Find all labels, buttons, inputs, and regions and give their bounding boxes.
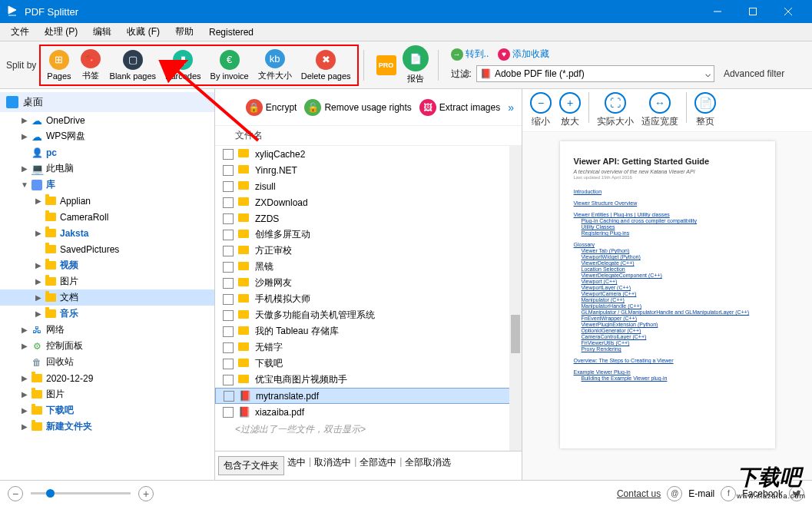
file-row[interactable]: 黑镜 [215,259,522,275]
checkbox[interactable] [223,278,234,289]
tree-root-desktop[interactable]: 桌面 [0,92,214,112]
checkbox[interactable] [223,197,234,208]
tree-item[interactable]: ▶2020-12-29 [0,370,214,386]
menu-帮助[interactable]: 帮助 [167,23,201,41]
checkbox[interactable] [223,213,234,224]
file-row[interactable]: Yinrg.NET [215,162,522,178]
tree-item[interactable]: CameraRoll [0,209,214,225]
select-action[interactable]: 全部选中 [360,456,396,475]
add-favorite-link[interactable]: ♥ 添加收藏 [498,48,549,61]
select-action[interactable]: 选中 [287,456,306,475]
tree-item[interactable]: ▶Applian [0,193,214,209]
extract-images-button[interactable]: 🖼Extract images [416,98,503,117]
checkbox[interactable] [223,230,234,240]
checkbox[interactable] [223,359,234,369]
checkbox[interactable] [223,165,234,176]
more-tools-chevron[interactable]: » [505,101,517,114]
tree-item[interactable]: ▶💻此电脑 [0,160,214,177]
advanced-filter-link[interactable]: Advanced filter [724,68,784,79]
menu-文件[interactable]: 文件 [3,23,37,41]
split-Pages[interactable]: ⊞Pages [42,48,75,83]
file-row[interactable]: 手机模拟大师 [215,291,522,307]
tree-item[interactable]: ▼库 [0,177,214,193]
select-action[interactable]: 取消选中 [314,456,351,475]
checkbox[interactable] [223,342,234,353]
encrypt-button[interactable]: 🔒Encrypt [243,98,300,117]
split-Delete pages[interactable]: ✖Delete pages [297,48,356,83]
menu-编辑[interactable]: 编辑 [85,23,119,41]
zoom-in-button[interactable]: + [138,486,154,501]
goto-link[interactable]: → 转到.. [451,48,489,61]
contact-link[interactable]: Contact us [617,488,661,499]
tree-item[interactable]: ▶⚙控制面板 [0,338,214,354]
file-row[interactable]: 沙雕网友 [215,275,522,291]
menu-收藏 (F)[interactable]: 收藏 (F) [119,23,167,41]
split-书签[interactable]: 🔖书签 [76,48,105,83]
minimize-button[interactable] [700,0,735,23]
file-row[interactable]: zisull [215,178,522,194]
menu-Registered[interactable]: Registered [201,25,261,40]
checkbox[interactable] [223,310,234,321]
report-button[interactable]: 📄 报告 [398,44,433,86]
tree-item[interactable]: 🗑回收站 [0,354,214,370]
zoom-slider[interactable] [31,492,131,494]
folder-tree[interactable]: 桌面 ▶☁OneDrive▶☁WPS网盘👤pc▶💻此电脑▼库▶ApplianCa… [0,89,215,480]
subfolder-toggle[interactable]: 包含子文件夹 [218,456,284,475]
tree-item[interactable]: ▶视频 [0,257,214,273]
maximize-button[interactable] [735,0,771,23]
tree-item[interactable]: ▶图片 [0,386,214,402]
remove-rights-button[interactable]: 🔓Remove usage rights [301,98,414,117]
file-row[interactable]: 天傲多功能自动关机管理系统 [215,307,522,323]
checkbox[interactable] [223,375,234,385]
checkbox[interactable] [223,246,234,256]
tree-item[interactable]: ▶文档 [0,289,214,306]
close-button[interactable] [771,0,806,23]
tree-item[interactable]: ▶☁OneDrive [0,112,214,128]
facebook-icon[interactable]: f [721,486,736,501]
tree-item[interactable]: ▶图片 [0,273,214,289]
file-row[interactable]: 下载吧 [215,356,522,372]
tree-item[interactable]: SavedPictures [0,241,214,257]
filter-message[interactable]: <过滤出了一些文件，双击显示> [215,420,522,439]
zoom-out-button[interactable]: − [8,486,23,501]
file-row[interactable]: ZXDownload [215,194,522,210]
split-Blank pages[interactable]: ▢Blank pages [105,48,161,83]
split-Barcodes[interactable]: ▮Barcodes [161,48,205,83]
viewer-整页[interactable]: 📄整页 [691,92,719,128]
tree-item[interactable]: ▶☁WPS网盘 [0,128,214,144]
file-row[interactable]: ZZDS [215,210,522,227]
file-row[interactable]: xyliqCache2 [215,146,522,162]
column-header-filename[interactable]: 文件名 [215,126,522,146]
email-icon[interactable]: @ [667,486,682,501]
checkbox[interactable] [223,262,234,273]
viewer-适应宽度[interactable]: ↔适应宽度 [638,92,681,128]
tree-item[interactable]: ▶音乐 [0,306,214,322]
twitter-icon[interactable] [789,486,804,501]
file-row[interactable]: 📕xiazaiba.pdf [215,404,522,420]
file-row[interactable]: 优宝电商图片视频助手 [215,372,522,388]
file-list[interactable]: xyliqCache2Yinrg.NETzisullZXDownloadZZDS… [215,146,522,451]
viewer-缩小[interactable]: −缩小 [527,92,555,128]
file-row[interactable]: 我的 Tableau 存储库 [215,323,522,339]
tree-item[interactable]: ▶🖧网络 [0,322,214,338]
checkbox[interactable] [223,181,234,192]
checkbox[interactable] [224,391,234,402]
viewer-放大[interactable]: +放大 [556,92,584,128]
menu-处理 (P)[interactable]: 处理 (P) [37,23,85,41]
checkbox[interactable] [223,326,234,337]
checkbox[interactable] [223,407,234,418]
file-row[interactable]: 方正审校 [215,243,522,259]
filter-combo[interactable]: 📕 Adobe PDF file (*.pdf) ⌵ [476,65,714,82]
scrollbar[interactable] [509,146,522,451]
split-文件大小[interactable]: kb文件大小 [254,48,297,83]
select-action[interactable]: 全部取消选 [405,456,451,475]
file-row[interactable]: 创维多屏互动 [215,227,522,243]
tree-item[interactable]: 👤pc [0,144,214,160]
viewer-实际大小[interactable]: ⛶实际大小 [594,92,637,128]
tree-item[interactable]: ▶下载吧 [0,402,214,418]
file-row[interactable]: 无错字 [215,339,522,356]
file-row[interactable]: 📕mytranslate.pdf [215,388,522,404]
split-By invoice[interactable]: €By invoice [206,48,254,83]
tree-item[interactable]: ▶Jaksta [0,225,214,241]
checkbox[interactable] [223,294,234,305]
